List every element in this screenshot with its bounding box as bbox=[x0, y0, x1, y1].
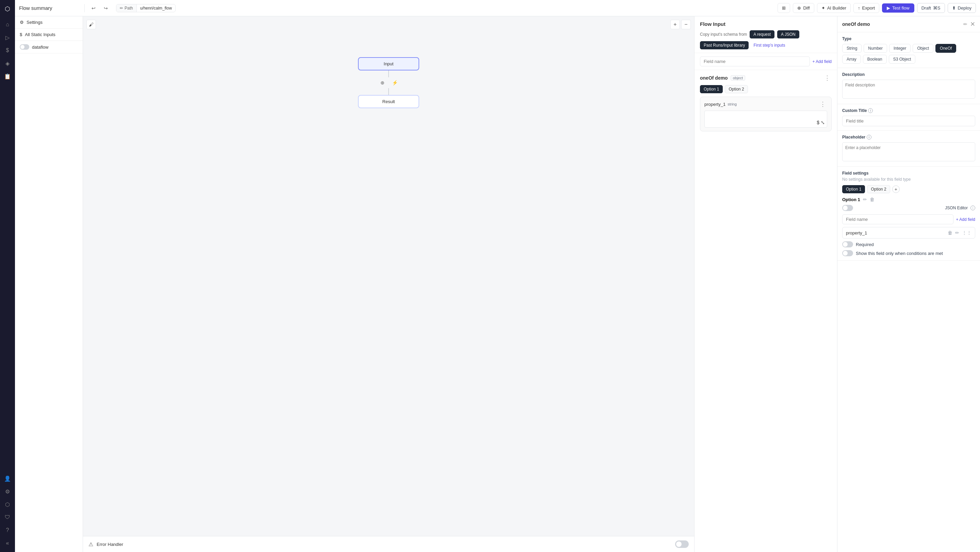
flow-title-input[interactable] bbox=[19, 5, 80, 11]
conditions-row: Show this field only when conditions are… bbox=[842, 250, 975, 256]
add-nested-button[interactable]: + Add field bbox=[956, 217, 975, 222]
integrations-icon[interactable]: ⬡ bbox=[2, 499, 13, 510]
field-name-input[interactable] bbox=[700, 56, 810, 66]
deploy-button[interactable]: ⬆ Deploy bbox=[948, 3, 976, 13]
option-1-edit-button[interactable]: ✏ bbox=[863, 197, 867, 202]
property-item-row: property_1 🗑 ✏ ⋮⋮ bbox=[842, 227, 975, 239]
custom-title-input[interactable] bbox=[842, 116, 975, 126]
logo-icon[interactable]: ⬡ bbox=[2, 3, 13, 14]
description-textarea[interactable] bbox=[842, 80, 975, 99]
option-1-row: Option 1 ✏ 🗑 bbox=[842, 197, 975, 202]
collapse-icon[interactable]: « bbox=[2, 538, 13, 549]
prop-drag-button[interactable]: ⋮⋮ bbox=[962, 230, 972, 235]
placeholder-textarea[interactable] bbox=[842, 142, 975, 161]
settings-item[interactable]: ⚙ Settings bbox=[15, 16, 83, 29]
option-2-tab[interactable]: Option 2 bbox=[725, 85, 748, 93]
placeholder-section: Placeholder i bbox=[837, 131, 980, 167]
option-1-tab[interactable]: Option 1 bbox=[700, 85, 723, 93]
ai-builder-label: AI Builder bbox=[827, 5, 846, 11]
left-panel: ⚙ Settings $ All Static Inputs dataflow bbox=[15, 16, 83, 552]
required-toggle-knob bbox=[843, 242, 848, 247]
type-oneof-button[interactable]: OneOf bbox=[935, 44, 956, 53]
option-tab-1[interactable]: Option 1 bbox=[842, 185, 865, 193]
layout-button[interactable]: ⊞ bbox=[778, 3, 790, 13]
type-boolean-button[interactable]: Boolean bbox=[863, 55, 887, 64]
add-field-button[interactable]: + Add field bbox=[813, 59, 832, 64]
path-label: ✏ Path bbox=[116, 5, 137, 12]
prop-edit-button[interactable]: ✏ bbox=[955, 230, 959, 235]
conditions-toggle[interactable] bbox=[842, 250, 853, 256]
type-s3object-button[interactable]: S3 Object bbox=[889, 55, 916, 64]
description-label: Description bbox=[842, 72, 975, 77]
undo-button[interactable]: ↩ bbox=[89, 3, 98, 13]
home-icon[interactable]: ⌂ bbox=[2, 19, 13, 30]
settings-icon[interactable]: ⚙ bbox=[2, 486, 13, 497]
dollar-field-icon[interactable]: $ bbox=[817, 120, 819, 125]
resize-icon: ⤡ bbox=[821, 120, 825, 125]
json-editor-info-icon[interactable]: i bbox=[970, 205, 975, 210]
topbar-right: ⊞ ⊕ Diff ✦ AI Builder ↑ Export ▶ Test fl… bbox=[778, 3, 976, 13]
field-name-row: + Add field bbox=[695, 53, 837, 70]
type-label: Type bbox=[842, 37, 975, 41]
dataflow-item[interactable]: dataflow bbox=[15, 41, 83, 53]
security-icon[interactable]: 🛡 bbox=[2, 512, 13, 523]
flows-icon[interactable]: ▷ bbox=[2, 32, 13, 43]
type-array-button[interactable]: Array bbox=[842, 55, 861, 64]
reports-icon[interactable]: 📋 bbox=[2, 71, 13, 82]
property-menu-button[interactable]: ⋮ bbox=[818, 100, 827, 108]
test-flow-button[interactable]: ▶ Test flow bbox=[882, 3, 914, 13]
canvas-brush-button[interactable]: 🖌 bbox=[86, 20, 96, 29]
path-icon: ✏ bbox=[120, 6, 123, 11]
placeholder-info-icon[interactable]: i bbox=[867, 135, 872, 140]
main-content: ↩ ↪ ✏ Path u/henri/calm_flow ⊞ ⊕ Diff ✦ … bbox=[15, 0, 980, 552]
export-button[interactable]: ↑ Export bbox=[853, 3, 879, 13]
option-tab-2[interactable]: Option 2 bbox=[867, 185, 890, 193]
flow-input-panel: Flow Input Copy input's schema from A re… bbox=[694, 16, 837, 552]
modules-icon[interactable]: ◈ bbox=[2, 58, 13, 69]
add-option-button[interactable]: + bbox=[892, 186, 900, 193]
option-1-label: Option 1 bbox=[842, 197, 860, 202]
draft-label: Draft bbox=[921, 5, 931, 11]
topbar: ↩ ↪ ✏ Path u/henri/calm_flow ⊞ ⊕ Diff ✦ … bbox=[15, 0, 980, 16]
dataflow-toggle[interactable] bbox=[20, 44, 29, 50]
a-json-button[interactable]: A JSON bbox=[777, 30, 799, 38]
result-node[interactable]: Result bbox=[358, 95, 419, 108]
option-1-delete-button[interactable]: 🗑 bbox=[870, 197, 875, 202]
flow-input-header: Flow Input Copy input's schema from A re… bbox=[695, 16, 837, 53]
move-icon[interactable]: ⊕ bbox=[379, 79, 387, 87]
error-handler-icon: ⚠ bbox=[89, 541, 93, 547]
error-handler-toggle[interactable] bbox=[675, 541, 689, 548]
canvas-minus-button[interactable]: − bbox=[681, 20, 691, 29]
edit-title-icon[interactable]: ✏ bbox=[963, 21, 967, 27]
canvas-plus-button[interactable]: + bbox=[670, 20, 680, 29]
json-editor-label: JSON Editor bbox=[945, 205, 968, 210]
editor-close-button[interactable]: ✕ bbox=[970, 21, 975, 28]
first-step-button[interactable]: First step's inputs bbox=[751, 41, 787, 49]
prop-delete-button[interactable]: 🗑 bbox=[948, 230, 953, 235]
a-request-button[interactable]: A request bbox=[749, 30, 775, 38]
type-string-button[interactable]: String bbox=[842, 44, 862, 53]
diff-button[interactable]: ⊕ Diff bbox=[793, 3, 814, 13]
ai-builder-button[interactable]: ✦ AI Builder bbox=[817, 3, 851, 13]
error-handler-bar: ⚠ Error Handler bbox=[83, 536, 694, 552]
type-number-button[interactable]: Number bbox=[864, 44, 887, 53]
property-input-area[interactable]: $ ⤡ bbox=[705, 111, 827, 127]
redo-button[interactable]: ↪ bbox=[101, 3, 111, 13]
draft-button[interactable]: Draft ⌘S bbox=[917, 3, 945, 13]
settings-label: Settings bbox=[27, 20, 43, 25]
bolt-icon[interactable]: ⚡ bbox=[391, 79, 399, 87]
type-integer-button[interactable]: Integer bbox=[889, 44, 911, 53]
oneof-menu-button[interactable]: ⋮ bbox=[823, 74, 832, 82]
json-editor-toggle[interactable] bbox=[842, 205, 853, 211]
money-icon[interactable]: $ bbox=[2, 45, 13, 56]
required-toggle[interactable] bbox=[842, 241, 853, 247]
nested-field-input[interactable] bbox=[842, 215, 953, 224]
error-handler-label: Error Handler bbox=[97, 542, 123, 547]
custom-title-info-icon[interactable]: i bbox=[868, 108, 873, 113]
past-runs-button[interactable]: Past Runs/Input library bbox=[700, 41, 749, 49]
type-object-button[interactable]: Object bbox=[913, 44, 933, 53]
help-icon[interactable]: ? bbox=[2, 525, 13, 536]
all-static-inputs-item[interactable]: $ All Static Inputs bbox=[15, 29, 83, 41]
users-icon[interactable]: 👤 bbox=[2, 473, 13, 484]
input-node[interactable]: Input bbox=[358, 57, 419, 70]
